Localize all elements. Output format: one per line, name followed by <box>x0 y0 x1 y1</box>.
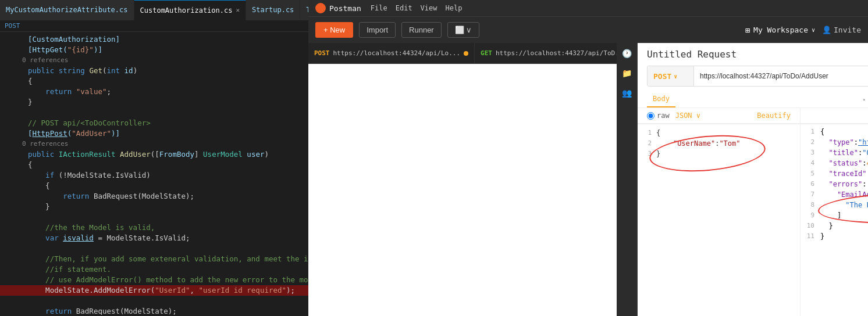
raw-option[interactable]: raw <box>647 112 670 120</box>
close-icon[interactable]: ✕ <box>236 6 240 14</box>
request-sub-tabs: Body ··· Pretty Raw Preview Visualize JS… <box>638 91 868 108</box>
postman-app: Postman File Edit View Help + New Import… <box>308 0 868 316</box>
postman-logo: Postman <box>315 3 361 13</box>
code-line: [HttpGet("{id}")] <box>0 45 308 55</box>
options-row: raw JSON ∨ Beautify <box>638 108 868 124</box>
code-line: //Then, if you add some exteneral valida… <box>0 254 308 264</box>
body-options: raw JSON ∨ Beautify <box>638 108 801 124</box>
tab-label: MyCustomAuthorizeAttribute.cs <box>6 6 128 14</box>
postman-menu: File Edit View Help <box>371 4 463 12</box>
code-line: var isvalid = ModelState.IsValid; <box>0 233 308 243</box>
url-preview: https://localhost:44327/api/ToD... <box>496 49 627 57</box>
code-line: } <box>0 202 308 212</box>
split-pane: 1 { 2 "UserName":"Tom" 3 } <box>638 124 868 316</box>
json-line-1: 1 { <box>638 128 800 138</box>
req-tab-0[interactable]: POST https://localhost:44324/api/Lo... <box>308 43 475 64</box>
ref-text: 0 references <box>0 139 308 149</box>
tab-todo[interactable]: ToDo <box>300 0 308 20</box>
code-line: if (!ModelState.IsValid) <box>0 170 308 181</box>
resp-line-7: 7 "EmailAddress": [ <box>801 189 868 200</box>
json-editor[interactable]: 1 { 2 "UserName":"Tom" 3 } <box>638 124 800 163</box>
import-button[interactable]: Import <box>359 22 396 38</box>
menu-file[interactable]: File <box>371 4 387 12</box>
invite-button[interactable]: 👤 Invite <box>822 26 861 34</box>
pm-sidebar: 🕐 📁 👥 <box>617 43 638 316</box>
workspace-chevron: ∨ <box>812 27 815 33</box>
resp-line-3: 3 "title": "One or more validation error… <box>801 148 868 158</box>
code-line: public string Get(int id) <box>0 66 308 76</box>
method-chevron: ∨ <box>674 73 677 80</box>
code-line <box>0 296 308 306</box>
code-line: return BadRequest(ModelState); <box>0 191 308 202</box>
new-button[interactable]: + New <box>315 22 353 38</box>
history-icon[interactable]: 🕐 <box>621 48 633 59</box>
url-bar: POST ∨ Send <box>647 66 868 87</box>
json-line-2: 2 "UserName":"Tom" <box>638 138 800 149</box>
vscode-editor: MyCustomAuthorizeAttribute.cs CustomAuth… <box>0 0 308 316</box>
collections-icon[interactable]: 📁 <box>621 67 633 79</box>
breadcrumb-text: POST <box>5 22 20 30</box>
resp-line-6: 6 "errors": { <box>801 179 868 189</box>
url-preview: https://localhost:44324/api/Lo... <box>333 49 461 57</box>
runner-button[interactable]: Runner <box>401 22 442 38</box>
code-line: // POST api/<ToDoController> <box>0 118 308 128</box>
postman-logo-text: Postman <box>329 4 361 13</box>
code-line: } <box>0 97 308 107</box>
resp-line-8: 8 "The EmailAddress field is required." <box>801 200 868 210</box>
workspace-area: ⊞ My Workspace ∨ 👤 Invite <box>745 26 861 35</box>
code-line: [CustomAuthorization] <box>0 34 308 45</box>
json-selector[interactable]: JSON ∨ <box>675 112 700 120</box>
breadcrumb: POST <box>0 20 308 32</box>
code-line: { <box>0 76 308 87</box>
sub-tab-body[interactable]: Body <box>647 91 675 107</box>
code-line: return "value"; <box>0 87 308 97</box>
resp-line-5: 5 "traceId": "00-4be41a066caedd4fa50a315… <box>801 168 868 179</box>
json-line-3: 3 } <box>638 149 800 159</box>
postman-toolbar: + New Import Runner ⬜ ∨ ⊞ My Workspace ∨… <box>308 16 868 43</box>
tab-myCustomAuthorize[interactable]: MyCustomAuthorizeAttribute.cs <box>0 0 134 20</box>
people-icon[interactable]: 👥 <box>621 87 633 99</box>
code-line: // use AddModelError() method to add the… <box>0 275 308 285</box>
tab-bar: MyCustomAuthorizeAttribute.cs CustomAuth… <box>0 0 308 20</box>
tab-startup[interactable]: Startup.cs <box>246 0 300 20</box>
code-line: //the the Model is valid, <box>0 222 308 233</box>
tab-customAuthorization[interactable]: CustomAuthorization.cs ✕ <box>134 0 247 20</box>
more-options[interactable]: ··· <box>858 94 868 105</box>
code-line-highlight: ModelState.AddModelError("UserId", "user… <box>0 285 308 296</box>
code-line: public IActionResult AddUser([FromBody] … <box>0 149 308 160</box>
method-label: POST <box>314 49 330 57</box>
code-line: //if statement. <box>0 264 308 275</box>
code-line <box>0 212 308 222</box>
resp-line-9: 9 ] <box>801 210 868 221</box>
code-line: [HttpPost("AddUser")] <box>0 128 308 139</box>
resp-line-4: 4 "status": 400, <box>801 158 868 168</box>
code-area: [CustomAuthorization] [HttpGet("{id}")] … <box>0 32 308 315</box>
json-format-label: JSON ∨ <box>675 112 700 120</box>
tab-label: CustomAuthorization.cs <box>140 6 233 15</box>
code-line: return BadRequest(ModelState); <box>0 306 308 315</box>
postman-logo-icon <box>315 3 326 13</box>
menu-view[interactable]: View <box>421 4 437 12</box>
method-value: POST <box>653 72 671 81</box>
code-line <box>0 243 308 254</box>
beautify-button[interactable]: Beautify <box>757 112 791 120</box>
menu-edit[interactable]: Edit <box>396 4 412 12</box>
resp-line-10: 10 } <box>801 221 868 231</box>
postman-titlebar: Postman File Edit View Help <box>308 0 868 16</box>
menu-help[interactable]: Help <box>446 4 463 12</box>
workspace-name[interactable]: ⊞ My Workspace ∨ <box>745 26 815 35</box>
code-line <box>0 107 308 118</box>
request-body-panel: 1 { 2 "UserName":"Tom" 3 } <box>638 124 801 316</box>
tab-label: Startup.cs <box>252 6 294 14</box>
method-select[interactable]: POST ∨ <box>648 66 694 86</box>
workspace-label: My Workspace <box>753 26 808 34</box>
ref-text: 0 references <box>0 55 308 66</box>
modified-dot <box>464 51 468 56</box>
resp-line-1: 1 { <box>801 127 868 137</box>
code-line: { <box>0 181 308 191</box>
method-label: GET <box>481 49 492 57</box>
resp-line-11: 11 } <box>801 231 868 242</box>
url-input[interactable] <box>694 72 868 80</box>
layout-button[interactable]: ⬜ ∨ <box>447 22 480 38</box>
resp-line-2: 2 "type": "https://tools.ietf.org/html/r… <box>801 137 868 148</box>
